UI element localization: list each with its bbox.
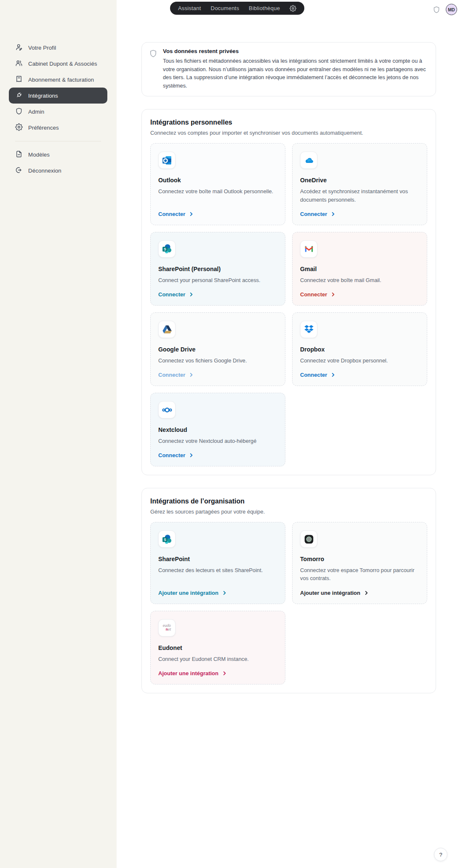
sidebar-item-profile[interactable]: Votre Profil <box>9 40 107 56</box>
card-title: Nextcloud <box>158 426 277 433</box>
svg-text:S: S <box>163 538 166 542</box>
integration-grid: S SharePoint Connectez des lecteurs et s… <box>150 522 427 684</box>
google-drive-icon <box>158 321 176 338</box>
sidebar-item-templates[interactable]: Modèles <box>9 146 107 162</box>
card-title: SharePoint <box>158 556 277 562</box>
card-dropbox: Dropbox Connectez votre Dropbox personne… <box>292 312 427 386</box>
privacy-shield-icon[interactable] <box>433 6 440 13</box>
card-description: Accédez et synchronisez instantanément v… <box>300 187 419 203</box>
chevron-right-icon <box>331 373 335 377</box>
sidebar-item-label: Déconnexion <box>28 168 61 174</box>
sidebar-item-label: Intégrations <box>28 93 58 99</box>
nav-documents[interactable]: Documents <box>211 5 239 11</box>
logout-icon <box>15 166 23 175</box>
integration-grid: Outlook Connectez votre boîte mail Outlo… <box>150 143 427 466</box>
tomorro-icon <box>300 530 317 548</box>
card-sharepoint-org: S SharePoint Connectez des lecteurs et s… <box>150 522 285 604</box>
main-content: Vos données restent privées Tous les fic… <box>141 42 436 693</box>
card-description: Connectez votre espace Tomorro pour parc… <box>300 566 419 582</box>
avatar[interactable]: MD <box>446 4 457 15</box>
connect-sharepoint-personal-button[interactable]: Connecter <box>158 284 277 298</box>
card-title: Outlook <box>158 177 277 184</box>
gmail-icon <box>300 240 317 258</box>
card-title: Gmail <box>300 266 419 272</box>
card-title: Eudonet <box>158 644 277 651</box>
eudonet-icon: eudonet <box>158 619 176 636</box>
dropbox-icon <box>300 321 317 338</box>
connect-outlook-button[interactable]: Connecter <box>158 204 277 217</box>
card-action-label: Ajouter une intégration <box>158 670 218 676</box>
connect-gmail-button[interactable]: Connecter <box>300 284 419 298</box>
card-gmail: Gmail Connectez votre boîte mail Gmail. … <box>292 232 427 306</box>
section-title: Intégrations personnelles <box>150 119 427 126</box>
connect-onedrive-button[interactable]: Connecter <box>300 204 419 217</box>
card-description: Connectez votre Nextcloud auto-hébergé <box>158 437 277 445</box>
nextcloud-icon <box>158 401 176 418</box>
card-description: Connectez votre Dropbox personnel. <box>300 357 419 365</box>
card-eudonet: eudonet Eudonet Connect your Eudonet CRM… <box>150 611 285 684</box>
add-tomorro-integration-button[interactable]: Ajouter une intégration <box>300 583 419 596</box>
shield-icon <box>149 49 157 90</box>
sharepoint-icon: S <box>158 530 176 548</box>
card-description: Connectez des lecteurs et sites SharePoi… <box>158 566 277 574</box>
card-outlook: Outlook Connectez votre boîte mail Outlo… <box>150 143 285 225</box>
privacy-notice-title: Vos données restent privées <box>163 48 428 54</box>
chevron-right-icon <box>189 292 194 297</box>
sidebar-item-label: Préférences <box>28 125 59 131</box>
sidebar-item-admin[interactable]: Admin <box>9 104 107 120</box>
sidebar-item-billing[interactable]: Abonnement & facturation <box>9 72 107 88</box>
card-action-label: Connecter <box>158 372 185 378</box>
sidebar-item-label: Cabinet Dupont & Associés <box>28 61 97 67</box>
sidebar-item-label: Admin <box>28 109 44 115</box>
card-title: OneDrive <box>300 177 419 184</box>
card-action-label: Connecter <box>300 372 327 378</box>
privacy-notice-body: Tous les fichiers et métadonnées accessi… <box>163 57 428 90</box>
section-subtitle: Connectez vos comptes pour importer et s… <box>150 130 427 136</box>
card-title: Google Drive <box>158 346 277 353</box>
add-sharepoint-integration-button[interactable]: Ajouter une intégration <box>158 583 277 596</box>
section-title: Intégrations de l’organisation <box>150 498 427 505</box>
sharepoint-icon: S <box>158 240 176 258</box>
sidebar-nav: Votre Profil Cabinet Dupont & Associés A… <box>9 40 107 178</box>
add-eudonet-integration-button[interactable]: Ajouter une intégration <box>158 663 277 676</box>
chevron-right-icon <box>364 591 369 595</box>
sidebar-item-integrations[interactable]: Intégrations <box>9 88 107 104</box>
connect-nextcloud-button[interactable]: Connecter <box>158 445 277 458</box>
nav-library[interactable]: Bibliothèque <box>249 5 280 11</box>
card-description: Connect your Eudonet CRM instance. <box>158 655 277 663</box>
sidebar-item-label: Votre Profil <box>28 45 56 51</box>
card-action-label: Ajouter une intégration <box>158 590 218 596</box>
card-title: Dropbox <box>300 346 419 353</box>
privacy-notice: Vos données restent privées Tous les fic… <box>141 42 436 96</box>
privacy-notice-text: Vos données restent privées Tous les fic… <box>163 48 428 90</box>
users-icon <box>15 59 23 68</box>
chevron-right-icon <box>189 212 194 216</box>
sidebar-item-organization[interactable]: Cabinet Dupont & Associés <box>9 56 107 72</box>
card-title: Tomorro <box>300 556 419 562</box>
card-tomorro: Tomorro Connectez votre espace Tomorro p… <box>292 522 427 604</box>
sidebar-item-label: Modèles <box>28 152 50 158</box>
card-google-drive: Google Drive Connectez vos fichiers Goog… <box>150 312 285 386</box>
header-right: MD <box>433 4 457 15</box>
card-description: Connect your personal SharePoint access. <box>158 276 277 284</box>
card-action-label: Ajouter une intégration <box>300 590 360 596</box>
onedrive-icon <box>300 152 317 169</box>
connect-dropbox-button[interactable]: Connecter <box>300 365 419 378</box>
receipt-icon <box>15 75 23 84</box>
chevron-right-icon <box>222 671 227 676</box>
user-icon <box>15 43 23 52</box>
connect-google-drive-button[interactable]: Connecter <box>158 365 277 378</box>
settings-gear-icon[interactable] <box>290 5 296 12</box>
card-onedrive: OneDrive Accédez et synchronisez instant… <box>292 143 427 225</box>
gear-icon <box>15 123 23 132</box>
chevron-right-icon <box>331 292 335 297</box>
top-navigation: Assistant Documents Bibliothèque <box>170 2 304 15</box>
section-subtitle: Gérez les sources partagées pour votre é… <box>150 509 427 515</box>
sidebar-item-logout[interactable]: Déconnexion <box>9 162 107 178</box>
card-description: Connectez votre boîte mail Outlook perso… <box>158 187 277 195</box>
svg-text:S: S <box>163 247 166 251</box>
nav-assistant[interactable]: Assistant <box>178 5 201 11</box>
sidebar: Votre Profil Cabinet Dupont & Associés A… <box>0 0 117 868</box>
help-button[interactable]: ? <box>434 848 447 861</box>
sidebar-item-preferences[interactable]: Préférences <box>9 120 107 136</box>
